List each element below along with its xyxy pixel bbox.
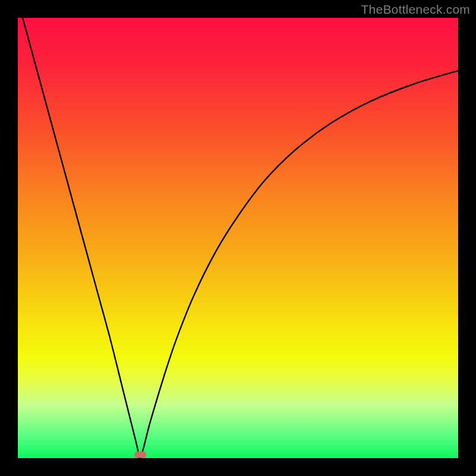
plot-area — [18, 18, 458, 458]
chart-frame: TheBottleneck.com — [0, 0, 476, 476]
curve-svg — [18, 18, 458, 458]
bottleneck-curve — [18, 0, 458, 459]
watermark-text: TheBottleneck.com — [361, 2, 470, 17]
optimum-marker — [134, 452, 146, 458]
